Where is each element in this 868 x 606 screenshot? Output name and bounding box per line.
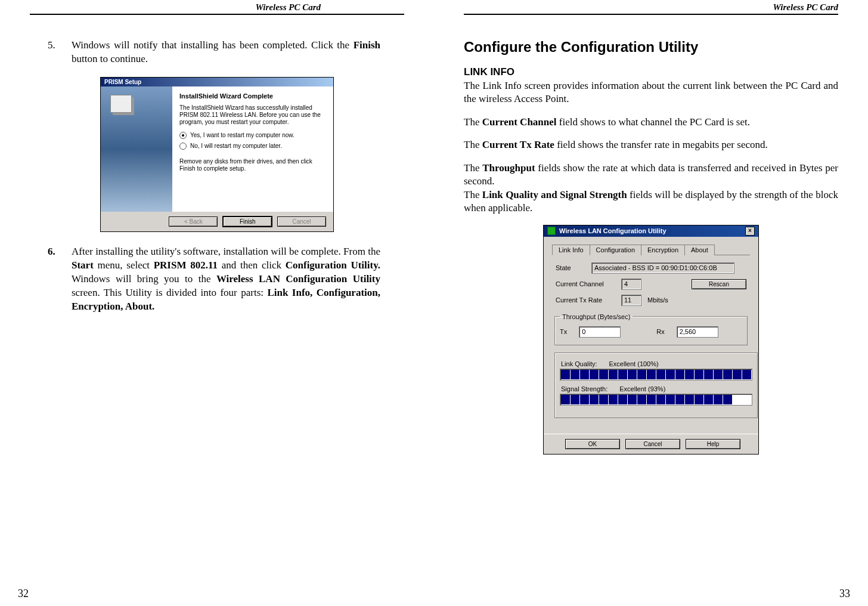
box-icon — [110, 95, 132, 113]
app-icon — [547, 227, 556, 235]
quality-group: Link Quality: Excellent (100%) Signal St… — [554, 353, 758, 418]
p2a: The — [464, 116, 482, 128]
running-head-right: Wireless PC Card — [464, 0, 838, 15]
channel-field: 4 — [621, 279, 641, 290]
running-head-left: Wireless PC Card — [30, 0, 404, 15]
close-icon[interactable]: × — [745, 227, 755, 236]
tab-configuration[interactable]: Configuration — [590, 245, 641, 255]
channel-label: Current Channel — [556, 280, 615, 287]
radio-restart-later[interactable]: No, I will restart my computer later. — [179, 143, 326, 150]
s6-t5: screen. This Utility is divided into fou… — [72, 287, 267, 298]
s6-b2: PRISM 802.11 — [154, 259, 218, 271]
step-6-number: 6. — [48, 245, 72, 314]
linkinfo-p1: The Link Info screen provides informatio… — [464, 79, 838, 106]
p5b: Link Quality and Signal Strength — [482, 189, 627, 200]
ok-button[interactable]: OK — [565, 439, 620, 449]
prism-titlebar: PRISM Setup — [101, 78, 333, 86]
section-heading: Configure the Configuration Utility — [464, 39, 838, 55]
s6-t3: and then click — [218, 259, 286, 271]
prism-dialog: PRISM Setup InstallShield Wizard Complet… — [100, 77, 334, 232]
wlan-titlebar: Wireless LAN Configuration Utility × — [544, 225, 758, 237]
help-button[interactable]: Help — [686, 439, 740, 449]
radio-dot-checked-icon — [179, 132, 187, 139]
prism-setup-figure: PRISM Setup InstallShield Wizard Complet… — [30, 77, 404, 232]
p2b: Current Channel — [482, 116, 557, 128]
wlan-dialog: Wireless LAN Configuration Utility × Lin… — [543, 225, 759, 455]
prism-desc: The InstallShield Wizard has successfull… — [179, 104, 326, 126]
step-5-text-b: button to continue. — [72, 53, 148, 64]
p2c: field shows to what channel the PC Card … — [557, 116, 750, 128]
page-number-left: 32 — [18, 588, 29, 600]
state-label: State — [556, 264, 585, 271]
throughput-group: Throughput (Bytes/sec) Tx 0 Rx 2,560 — [554, 313, 748, 345]
page-number-right: 33 — [839, 588, 850, 600]
tab-about[interactable]: About — [684, 245, 715, 255]
link-quality-label: Link Quality: — [561, 360, 597, 367]
s6-b4: Wireless LAN Configuration Utility — [216, 273, 380, 285]
p5a: The — [464, 189, 482, 200]
state-field: Associated - BSS ID = 00:90:D1:00:C6:0B — [591, 262, 734, 274]
tab-encryption[interactable]: Encryption — [641, 245, 685, 255]
wlan-title-text: Wireless LAN Configuration Utility — [559, 227, 666, 234]
signal-strength-label: Signal Strength: — [561, 385, 607, 392]
step-6: 6. After installing the utility's softwa… — [48, 245, 380, 314]
link-quality-bar — [560, 369, 752, 381]
cancel-button: Cancel — [277, 217, 326, 227]
prism-remove-disks: Remove any disks from their drives, and … — [179, 158, 326, 172]
rx-label: Rx — [656, 328, 664, 335]
back-button: < Back — [169, 217, 218, 227]
wlan-cancel-button[interactable]: Cancel — [625, 439, 680, 449]
s6-t1: After installing the utility's software,… — [72, 246, 380, 257]
txrate-unit: Mbits/s — [647, 296, 668, 304]
tab-link-info[interactable]: Link Info — [552, 245, 590, 255]
radio-yes-label: Yes, I want to restart my computer now. — [190, 132, 294, 138]
step-5-bold: Finish — [354, 39, 380, 51]
p4b: Throughput — [482, 162, 535, 174]
p3b: Current Tx Rate — [482, 139, 554, 150]
radio-restart-now[interactable]: Yes, I want to restart my computer now. — [179, 132, 326, 139]
tab-strip: Link Info Configuration Encryption About — [552, 244, 750, 255]
s6-t4: Windows will bring you to the — [72, 273, 216, 285]
tx-label: Tx — [560, 328, 567, 335]
step-5-text-a: Windows will notify that installing has … — [72, 39, 354, 51]
prism-heading: InstallShield Wizard Complete — [179, 92, 326, 100]
prism-wizard-art — [101, 86, 172, 212]
step-5: 5. Windows will notify that installing h… — [48, 39, 380, 66]
p4a: The — [464, 162, 482, 174]
finish-button[interactable]: Finish — [223, 217, 272, 227]
throughput-legend: Throughput (Bytes/sec) — [560, 313, 633, 320]
step-5-number: 5. — [48, 39, 72, 66]
s6-t2: menu, select — [94, 259, 154, 271]
s6-b1: Start — [72, 259, 94, 271]
radio-dot-icon — [179, 143, 187, 150]
txrate-field: 11 — [621, 295, 641, 306]
rx-field: 2,560 — [677, 326, 718, 338]
rescan-button[interactable]: Rescan — [692, 279, 746, 289]
p3c: field shows the transfer rate in megabit… — [554, 139, 768, 150]
signal-strength-value: Excellent (93%) — [619, 385, 665, 392]
link-quality-value: Excellent (100%) — [609, 360, 659, 367]
txrate-label: Current Tx Rate — [556, 296, 615, 304]
tx-field: 0 — [579, 326, 621, 338]
p3a: The — [464, 139, 482, 150]
s6-b3: Configuration Utility. — [286, 259, 380, 271]
arc-icon — [101, 122, 172, 212]
signal-strength-bar — [560, 394, 752, 406]
wlan-config-figure: Wireless LAN Configuration Utility × Lin… — [464, 225, 838, 455]
subsection-heading: LINK INFO — [464, 66, 838, 78]
radio-no-label: No, I will restart my computer later. — [190, 143, 282, 149]
